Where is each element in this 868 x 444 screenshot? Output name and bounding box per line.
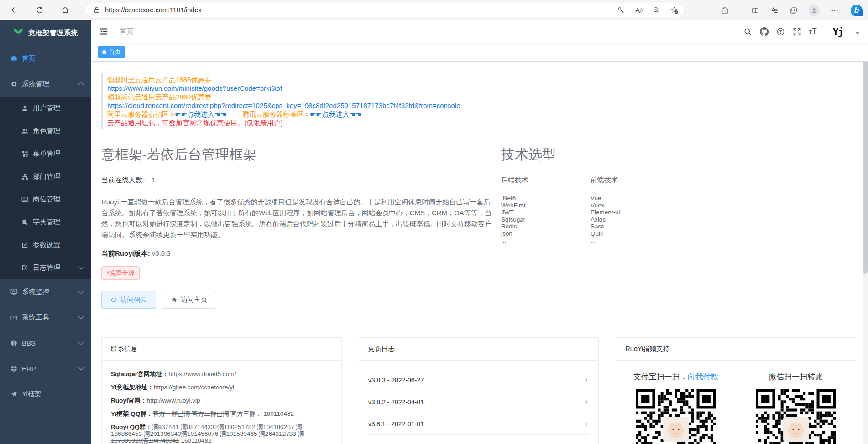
globe-icon bbox=[10, 365, 18, 372]
more-icon[interactable] bbox=[831, 6, 839, 15]
intro-column: 意框架-若依后台管理框架 当前在线人数： 1 Ruoyi:一直想做一款后台管理系… bbox=[101, 145, 492, 309]
promo-link[interactable]: https://www.aliyun.com/minisite/goods?us… bbox=[107, 84, 856, 93]
changelog-item[interactable]: v3.8.0 - 2021-12-01 bbox=[368, 435, 590, 444]
contact-link[interactable]: https://www.donet5.com/ bbox=[168, 371, 236, 377]
promo-line: 阿里云服务器折扣区 >☛☛点我进入☚☚腾讯云服务器秒杀区 >☛☛点我进入☚☚ bbox=[107, 110, 856, 119]
promo-line: 云产品通用红包，可叠加官网常规优惠使用。(仅限新用户) bbox=[107, 119, 856, 127]
sidebar-item-menu-manage[interactable]: 菜单管理 bbox=[0, 142, 91, 165]
contact-row: Ruoyi官网：http://www.ruoyi.vip bbox=[111, 397, 332, 404]
tab-home[interactable]: 首页 bbox=[98, 46, 125, 58]
sidebar-item-home[interactable]: 首页 bbox=[0, 46, 91, 71]
sprout-icon bbox=[12, 26, 25, 39]
contact-link[interactable]: http://www.ruoyi.vip bbox=[147, 397, 200, 404]
sidebar-item-role-manage[interactable]: 角色管理 bbox=[0, 119, 91, 142]
sidebar-item-post-manage[interactable]: 岗位管理 bbox=[0, 188, 91, 211]
search-icon[interactable] bbox=[743, 27, 752, 36]
sidebar-item-param-settings[interactable]: 参数设置 bbox=[0, 233, 91, 256]
alipay-qr-code bbox=[636, 389, 716, 444]
chevron-down-icon bbox=[78, 314, 84, 320]
changelog-item[interactable]: v3.8.1 - 2022-01-01 bbox=[368, 413, 590, 435]
toolbar-separator bbox=[740, 6, 740, 15]
sidebar-item-system-monitor[interactable]: 系统监控 bbox=[0, 279, 91, 305]
donate-card-title: RuoYi捐赠支持 bbox=[616, 338, 856, 361]
enter-link[interactable]: ☛☛点我进入☚☚ bbox=[310, 110, 362, 118]
users-icon bbox=[21, 127, 29, 135]
active-dot bbox=[102, 50, 106, 54]
key-icon[interactable] bbox=[617, 6, 625, 14]
promo-line: 领取阿里云通用云产品1888优惠券 bbox=[107, 75, 856, 84]
breadcrumb[interactable]: 首页 bbox=[120, 27, 134, 36]
fold-menu-icon[interactable] bbox=[99, 26, 109, 36]
user-icon bbox=[21, 104, 29, 112]
profile-icon[interactable] bbox=[809, 5, 820, 16]
sidebar-item-bbs[interactable]: BBS bbox=[0, 330, 91, 356]
back-icon[interactable] bbox=[8, 4, 21, 16]
sidebar-item-yi-framework[interactable]: Yi框架 bbox=[0, 381, 91, 407]
promo-line: 领取腾讯云通用云产品2860优惠券 bbox=[107, 93, 856, 101]
sidebar-item-dict-manage[interactable]: 字典管理 bbox=[0, 211, 91, 233]
sidebar-item-erp[interactable]: ERP bbox=[0, 356, 91, 381]
wechat-column: 微信扫一扫转账 bbox=[736, 367, 856, 444]
changelog-item[interactable]: v3.8.3 - 2022-06-27 bbox=[368, 369, 590, 391]
scrollbar-thumb[interactable] bbox=[863, 46, 868, 274]
main-content: 领取阿里云通用云产品1888优惠券 https://www.aliyun.com… bbox=[91, 62, 868, 444]
sidebar-item-system-tools[interactable]: 系统工具 bbox=[0, 305, 91, 330]
collections-icon[interactable] bbox=[770, 6, 779, 15]
sidebar-item-system-manage[interactable]: 系统管理 bbox=[0, 71, 91, 97]
sidebar-item-user-manage[interactable]: 用户管理 bbox=[0, 97, 91, 119]
tech-column: 技术选型 后端技术 .Net6WebFirstJWTSqlsugarRedisj… bbox=[501, 145, 856, 309]
alipay-column: 支付宝扫一扫，向我付款 bbox=[616, 367, 736, 444]
home-icon[interactable] bbox=[59, 4, 72, 16]
home-icon bbox=[171, 296, 178, 303]
chevron-down-icon bbox=[78, 339, 84, 345]
tab-actions-icon[interactable] bbox=[790, 6, 798, 15]
frontend-list: VueVuexElement-uiAxiosSassQuill... bbox=[591, 195, 680, 244]
globe-icon bbox=[10, 339, 18, 347]
alipay-title: 支付宝扫一扫，向我付款 bbox=[633, 372, 718, 382]
contact-link[interactable]: https://gitee.com/ccnetcore/yi bbox=[154, 384, 234, 391]
caret-down-icon[interactable] bbox=[855, 32, 860, 35]
menu-tree-icon bbox=[21, 150, 29, 158]
page-scrollbar[interactable] bbox=[863, 20, 868, 444]
sidebar-item-log-manage[interactable]: 日志管理 bbox=[0, 256, 91, 279]
gear-icon bbox=[10, 80, 18, 88]
split-screen-icon[interactable] bbox=[751, 6, 759, 15]
chevron-down-icon bbox=[78, 365, 84, 371]
pay-me-link[interactable]: 向我付款 bbox=[687, 372, 718, 381]
tech-title: 技术选型 bbox=[501, 145, 856, 164]
chevron-up-icon bbox=[78, 82, 84, 88]
sidebar-item-dept-manage[interactable]: 部门管理 bbox=[0, 165, 91, 188]
extensions-icon[interactable] bbox=[721, 6, 729, 15]
visit-homepage-button[interactable]: 访问主页 bbox=[162, 291, 216, 309]
github-icon[interactable] bbox=[760, 27, 769, 36]
bing-icon[interactable]: b bbox=[850, 4, 863, 17]
question-icon[interactable] bbox=[776, 27, 785, 36]
read-aloud-icon[interactable] bbox=[635, 6, 643, 14]
font-size-icon[interactable]: TT bbox=[809, 27, 817, 36]
visit-gitee-button[interactable]: 访问码云 bbox=[101, 291, 156, 309]
app-logo[interactable]: 意框架管理系统 bbox=[0, 20, 91, 46]
refresh-icon[interactable] bbox=[33, 4, 46, 16]
chevron-down-icon bbox=[78, 288, 84, 294]
app-navbar: 首页 TT Yj bbox=[91, 20, 868, 43]
changelog-card-title: 更新日志 bbox=[359, 338, 599, 361]
edit-icon bbox=[21, 241, 29, 249]
chevron-right-icon bbox=[583, 399, 589, 405]
favorite-add-icon[interactable] bbox=[670, 6, 678, 14]
donate-card: RuoYi捐赠支持 支付宝扫一扫，向我付款 微信扫一扫转账 bbox=[616, 337, 856, 444]
url-text[interactable]: https://ccnetcore.com:1101/index bbox=[105, 6, 617, 14]
zoom-out-icon[interactable] bbox=[653, 6, 660, 14]
fullscreen-icon[interactable] bbox=[793, 27, 801, 36]
promo-notice: 领取阿里云通用云产品1888优惠券 https://www.aliyun.com… bbox=[101, 73, 856, 129]
monitor-icon bbox=[10, 288, 18, 296]
promo-link[interactable]: https://cloud.tencent.com/redirect.php?r… bbox=[107, 101, 856, 110]
tags-view: 首页 bbox=[91, 43, 868, 62]
log-icon bbox=[21, 264, 29, 272]
changelog-item[interactable]: v3.8.2 - 2022-04-01 bbox=[368, 391, 590, 413]
sidebar-item-label: 首页 bbox=[22, 54, 36, 63]
chevron-down-icon bbox=[78, 264, 84, 270]
address-bar[interactable]: https://ccnetcore.com:1101/index bbox=[84, 3, 685, 17]
enter-link[interactable]: ☛☛点我进入☚☚ bbox=[175, 110, 227, 118]
avatar[interactable]: Yj bbox=[833, 26, 843, 37]
backend-list: .Net6WebFirstJWTSqlsugarRedisjson... bbox=[501, 195, 591, 244]
